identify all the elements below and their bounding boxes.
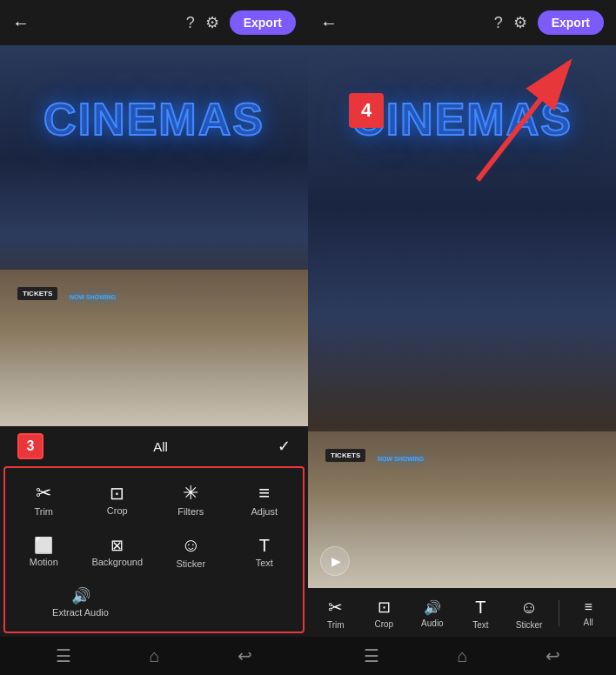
check-icon[interactable]: ✓ [278, 437, 291, 456]
sticker-label: Sticker [176, 558, 205, 569]
right-header-left: ← [320, 13, 338, 33]
play-icon: ▶ [331, 554, 341, 568]
right-tools-row: ✂ Trim ⊡ Crop 🔊 Audio T Text ☺ Sticker ≡ [311, 593, 613, 633]
tool-text[interactable]: T Text [230, 527, 300, 576]
all-header: 3 All ✓ [0, 426, 308, 466]
tool-crop[interactable]: ⊡ Crop [83, 475, 153, 524]
right-nav-menu-icon[interactable]: ☰ [364, 645, 379, 666]
tools-grid: ✂ Trim ⊡ Crop ✳ Filters ≡ Adjust ⬜ [9, 475, 299, 625]
right-nav-back-icon[interactable]: ↩ [546, 645, 560, 666]
right-bottom-nav: ☰ ⌂ ↩ [308, 637, 616, 675]
left-video-preview: CINEMAS CINEMAS TICKETS NOW SHOWING [0, 45, 308, 426]
cinema-text: CINEMAS [44, 93, 264, 145]
left-nav-menu-icon[interactable]: ☰ [56, 645, 71, 666]
right-tool-all[interactable]: ≡ All [569, 599, 607, 627]
crop-icon: ⊡ [110, 485, 124, 502]
right-cinema-text: CINEMAS [352, 93, 572, 145]
left-header-right: ? ⚙ Export [186, 10, 296, 35]
right-tool-crop[interactable]: ⊡ Crop [365, 598, 403, 629]
extract-audio-label: Extract Audio [52, 607, 109, 618]
tool-adjust[interactable]: ≡ Adjust [230, 475, 300, 524]
tool-sticker[interactable]: ☺ Sticker [156, 527, 226, 576]
tool-trim[interactable]: ✂ Trim [9, 475, 79, 524]
right-video-preview: CINEMAS CINEMAS TICKETS NOW SHOWING 4 ▶ [308, 45, 616, 588]
right-header: ← ? ⚙ Export [308, 0, 616, 45]
right-header-right: ? ⚙ Export [494, 10, 604, 35]
right-trim-label: Trim [327, 620, 345, 630]
crop-label: Crop [107, 505, 128, 516]
right-sticker-label: Sticker [516, 620, 543, 630]
filters-label: Filters [177, 506, 204, 517]
extract-audio-icon: 🔊 [71, 588, 90, 604]
left-panel: ← ? ⚙ Export CINEMAS CINEMAS TICKETS NOW… [0, 0, 308, 675]
adjust-label: Adjust [251, 506, 278, 517]
tools-container: ✂ Trim ⊡ Crop ✳ Filters ≡ Adjust ⬜ [3, 466, 305, 633]
left-help-button[interactable]: ? [186, 14, 195, 32]
right-trim-icon: ✂ [328, 597, 343, 618]
right-now-showing-sign: NOW SHOWING [378, 456, 424, 462]
right-audio-label: Audio [421, 618, 444, 628]
right-nav-home-icon[interactable]: ⌂ [457, 646, 467, 666]
tool-motion[interactable]: ⬜ Motion [9, 527, 79, 576]
text-icon: T [259, 537, 270, 554]
step-badge-3: 3 [17, 433, 44, 459]
right-tool-text[interactable]: T Text [461, 598, 499, 630]
tool-background[interactable]: ⊠ Background [83, 527, 153, 576]
right-all-label: All [584, 618, 593, 627]
right-tool-audio[interactable]: 🔊 Audio [413, 599, 452, 628]
right-toolbar-separator [559, 600, 559, 626]
adjust-icon: ≡ [258, 484, 270, 503]
right-text-icon: T [475, 598, 485, 618]
motion-label: Motion [30, 557, 58, 567]
right-tool-trim[interactable]: ✂ Trim [317, 597, 355, 630]
background-icon: ⊠ [110, 538, 124, 553]
tool-filters[interactable]: ✳ Filters [156, 475, 226, 524]
sticker-icon: ☺ [181, 536, 200, 555]
right-audio-icon: 🔊 [424, 599, 441, 616]
left-export-button[interactable]: Export [230, 10, 296, 35]
left-back-button[interactable]: ← [12, 13, 30, 33]
left-header-left: ← [12, 13, 30, 33]
left-nav-home-icon[interactable]: ⌂ [149, 646, 159, 666]
motion-icon: ⬜ [34, 538, 53, 553]
right-play-button[interactable]: ▶ [320, 546, 350, 576]
trim-icon: ✂ [36, 484, 51, 503]
right-toolbar: ✂ Trim ⊡ Crop 🔊 Audio T Text ☺ Sticker ≡ [308, 588, 616, 637]
all-label: All [153, 439, 168, 454]
right-export-button[interactable]: Export [538, 10, 604, 35]
right-help-button[interactable]: ? [494, 14, 503, 32]
left-toolbar-area: 3 All ✓ ✂ Trim ⊡ Crop ✳ Filters [0, 426, 308, 637]
tickets-sign: TICKETS [17, 287, 57, 300]
text-label: Text [256, 558, 273, 568]
left-nav-back-icon[interactable]: ↩ [238, 645, 252, 666]
step-badge-4: 4 [349, 93, 384, 128]
filters-icon: ✳ [183, 484, 198, 503]
right-text-label: Text [472, 620, 488, 630]
right-panel: ← ? ⚙ Export CINEMAS CINEMAS TICKETS NOW… [308, 0, 616, 675]
right-tickets-sign: TICKETS [325, 449, 365, 462]
left-settings-button[interactable]: ⚙ [205, 13, 219, 32]
now-showing-sign: NOW SHOWING [70, 294, 116, 300]
left-header: ← ? ⚙ Export [0, 0, 308, 45]
left-bottom-nav: ☰ ⌂ ↩ [0, 637, 308, 675]
tool-extract-audio[interactable]: 🔊 Extract Audio [9, 579, 152, 625]
right-settings-button[interactable]: ⚙ [513, 13, 527, 32]
background-label: Background [91, 557, 143, 567]
trim-label: Trim [34, 506, 53, 517]
right-crop-label: Crop [375, 619, 394, 629]
right-all-icon: ≡ [584, 599, 592, 615]
right-back-button[interactable]: ← [320, 13, 338, 33]
right-crop-icon: ⊡ [378, 598, 391, 617]
right-tool-sticker[interactable]: ☺ Sticker [510, 598, 548, 630]
right-sticker-icon: ☺ [520, 598, 538, 618]
